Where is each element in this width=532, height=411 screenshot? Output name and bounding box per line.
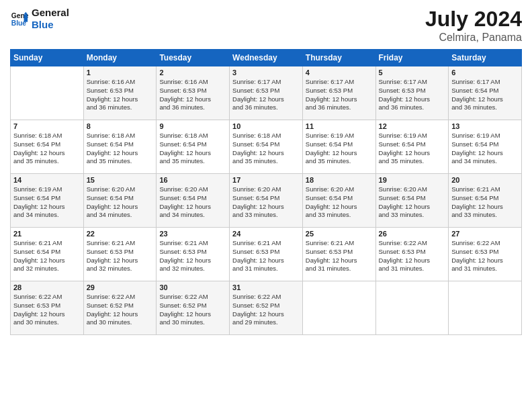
calendar-cell: 19Sunrise: 6:20 AM Sunset: 6:54 PM Dayli… [375,174,449,228]
day-detail: Sunrise: 6:22 AM Sunset: 6:52 PM Dayligh… [232,293,300,327]
calendar-cell: 23Sunrise: 6:21 AM Sunset: 6:53 PM Dayli… [157,228,230,281]
logo: General Blue General Blue [10,7,69,31]
day-number: 16 [159,176,226,184]
calendar-page: General Blue General Blue July 2024 Celm… [0,0,532,411]
calendar-cell: 26Sunrise: 6:22 AM Sunset: 6:53 PM Dayli… [375,228,449,281]
day-number: 13 [451,122,519,130]
col-header-wednesday: Wednesday [230,50,303,66]
day-detail: Sunrise: 6:18 AM Sunset: 6:54 PM Dayligh… [232,132,300,166]
day-detail: Sunrise: 6:21 AM Sunset: 6:54 PM Dayligh… [451,185,519,220]
day-number: 29 [87,283,154,291]
day-detail: Sunrise: 6:18 AM Sunset: 6:54 PM Dayligh… [159,132,226,166]
day-number: 4 [306,68,373,77]
calendar-cell: 15Sunrise: 6:20 AM Sunset: 6:54 PM Dayli… [83,174,157,228]
day-detail: Sunrise: 6:19 AM Sunset: 6:54 PM Dayligh… [451,132,519,166]
calendar-table: SundayMondayTuesdayWednesdayThursdayFrid… [10,49,522,335]
calendar-cell: 28Sunrise: 6:22 AM Sunset: 6:53 PM Dayli… [11,281,84,335]
day-detail: Sunrise: 6:18 AM Sunset: 6:54 PM Dayligh… [87,132,154,166]
day-detail: Sunrise: 6:21 AM Sunset: 6:53 PM Dayligh… [159,239,226,273]
logo-line1: General [32,7,69,19]
day-number: 1 [87,68,154,77]
calendar-cell: 1Sunrise: 6:16 AM Sunset: 6:53 PM Daylig… [83,66,157,120]
calendar-cell: 8Sunrise: 6:18 AM Sunset: 6:54 PM Daylig… [83,120,157,174]
calendar-cell: 22Sunrise: 6:21 AM Sunset: 6:53 PM Dayli… [83,228,157,281]
day-detail: Sunrise: 6:17 AM Sunset: 6:54 PM Dayligh… [451,78,519,112]
day-number: 18 [306,176,373,184]
calendar-cell [302,281,375,335]
day-detail: Sunrise: 6:17 AM Sunset: 6:53 PM Dayligh… [232,78,300,112]
calendar-cell: 11Sunrise: 6:19 AM Sunset: 6:54 PM Dayli… [302,120,375,174]
calendar-cell: 31Sunrise: 6:22 AM Sunset: 6:52 PM Dayli… [230,281,303,335]
calendar-cell: 14Sunrise: 6:19 AM Sunset: 6:54 PM Dayli… [11,174,84,228]
calendar-cell: 21Sunrise: 6:21 AM Sunset: 6:54 PM Dayli… [11,228,84,281]
day-number: 8 [87,122,154,130]
day-number: 23 [159,230,226,238]
calendar-cell [11,66,84,120]
col-header-sunday: Sunday [11,50,84,66]
calendar-cell: 2Sunrise: 6:16 AM Sunset: 6:53 PM Daylig… [157,66,230,120]
day-detail: Sunrise: 6:22 AM Sunset: 6:53 PM Dayligh… [13,293,81,327]
day-detail: Sunrise: 6:17 AM Sunset: 6:53 PM Dayligh… [379,78,446,112]
day-detail: Sunrise: 6:22 AM Sunset: 6:53 PM Dayligh… [451,239,519,273]
day-number: 28 [13,283,81,291]
day-detail: Sunrise: 6:20 AM Sunset: 6:54 PM Dayligh… [306,185,373,220]
day-number: 7 [13,122,81,130]
day-number: 20 [451,176,519,184]
logo-line2: Blue [32,19,69,31]
calendar-cell: 29Sunrise: 6:22 AM Sunset: 6:52 PM Dayli… [83,281,157,335]
day-detail: Sunrise: 6:21 AM Sunset: 6:53 PM Dayligh… [306,239,373,273]
day-number: 6 [451,68,519,77]
calendar-cell [375,281,449,335]
location-title: Celmira, Panama [425,32,522,44]
calendar-cell: 7Sunrise: 6:18 AM Sunset: 6:54 PM Daylig… [11,120,84,174]
calendar-cell: 16Sunrise: 6:20 AM Sunset: 6:54 PM Dayli… [157,174,230,228]
col-header-saturday: Saturday [449,50,522,66]
day-detail: Sunrise: 6:16 AM Sunset: 6:53 PM Dayligh… [87,78,154,112]
calendar-cell: 24Sunrise: 6:21 AM Sunset: 6:53 PM Dayli… [230,228,303,281]
day-number: 9 [159,122,226,130]
calendar-cell: 10Sunrise: 6:18 AM Sunset: 6:54 PM Dayli… [230,120,303,174]
day-number: 25 [306,230,373,238]
day-number: 12 [379,122,446,130]
day-number: 22 [87,230,154,238]
calendar-cell: 18Sunrise: 6:20 AM Sunset: 6:54 PM Dayli… [302,174,375,228]
day-detail: Sunrise: 6:18 AM Sunset: 6:54 PM Dayligh… [13,132,81,166]
day-detail: Sunrise: 6:20 AM Sunset: 6:54 PM Dayligh… [159,185,226,220]
calendar-cell: 4Sunrise: 6:17 AM Sunset: 6:53 PM Daylig… [302,66,375,120]
calendar-cell: 3Sunrise: 6:17 AM Sunset: 6:53 PM Daylig… [230,66,303,120]
calendar-cell: 20Sunrise: 6:21 AM Sunset: 6:54 PM Dayli… [449,174,522,228]
day-number: 27 [451,230,519,238]
calendar-cell [449,281,522,335]
day-number: 31 [232,283,300,291]
calendar-cell: 17Sunrise: 6:20 AM Sunset: 6:54 PM Dayli… [230,174,303,228]
header: General Blue General Blue July 2024 Celm… [10,7,522,44]
day-detail: Sunrise: 6:20 AM Sunset: 6:54 PM Dayligh… [232,185,300,220]
day-detail: Sunrise: 6:22 AM Sunset: 6:53 PM Dayligh… [379,239,446,273]
day-detail: Sunrise: 6:22 AM Sunset: 6:52 PM Dayligh… [87,293,154,327]
day-detail: Sunrise: 6:21 AM Sunset: 6:53 PM Dayligh… [232,239,300,273]
svg-marker-2 [24,14,28,21]
day-detail: Sunrise: 6:19 AM Sunset: 6:54 PM Dayligh… [379,132,446,166]
day-number: 19 [379,176,446,184]
calendar-cell: 30Sunrise: 6:22 AM Sunset: 6:52 PM Dayli… [157,281,230,335]
day-number: 5 [379,68,446,77]
calendar-cell: 27Sunrise: 6:22 AM Sunset: 6:53 PM Dayli… [449,228,522,281]
day-number: 2 [159,68,226,77]
calendar-cell: 6Sunrise: 6:17 AM Sunset: 6:54 PM Daylig… [449,66,522,120]
day-number: 17 [232,176,300,184]
day-number: 30 [159,283,226,291]
col-header-monday: Monday [83,50,157,66]
day-detail: Sunrise: 6:17 AM Sunset: 6:53 PM Dayligh… [306,78,373,112]
day-number: 15 [87,176,154,184]
day-detail: Sunrise: 6:16 AM Sunset: 6:53 PM Dayligh… [159,78,226,112]
day-detail: Sunrise: 6:22 AM Sunset: 6:52 PM Dayligh… [159,293,226,327]
title-block: July 2024 Celmira, Panama [425,7,522,44]
logo-icon: General Blue [10,9,29,28]
month-title: July 2024 [425,7,522,32]
calendar-cell: 25Sunrise: 6:21 AM Sunset: 6:53 PM Dayli… [302,228,375,281]
col-header-thursday: Thursday [302,50,375,66]
day-number: 11 [306,122,373,130]
calendar-cell: 9Sunrise: 6:18 AM Sunset: 6:54 PM Daylig… [157,120,230,174]
day-number: 3 [232,68,300,77]
day-number: 26 [379,230,446,238]
